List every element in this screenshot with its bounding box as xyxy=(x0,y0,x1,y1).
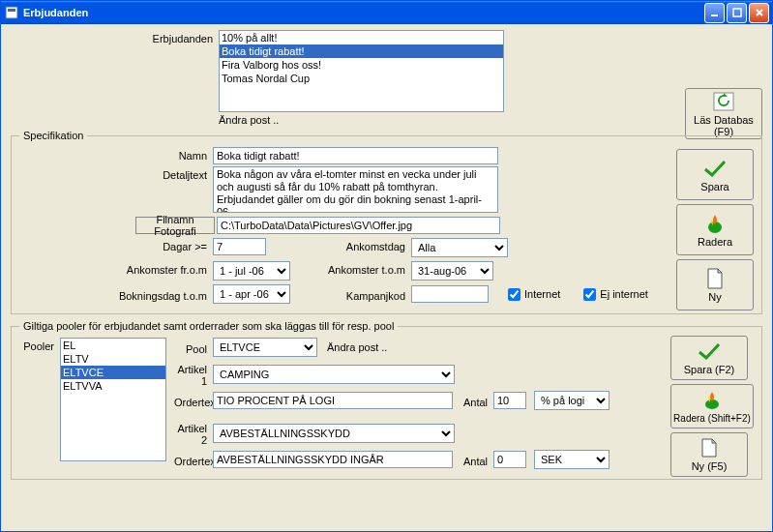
ordertext2-input[interactable] xyxy=(213,451,453,468)
days-input[interactable] xyxy=(213,238,266,255)
check-icon xyxy=(701,158,728,179)
pools-legend: Giltiga pooler för erbjudandet samt orde… xyxy=(19,320,398,332)
arrival-day-select[interactable]: Alla xyxy=(411,238,508,257)
specification-legend: Specifikation xyxy=(19,130,87,141)
specification-fieldset: Specifikation Spara Radera xyxy=(11,130,762,314)
spec-save-button[interactable]: Spara xyxy=(676,149,754,200)
pooler-list-item[interactable]: ELTVVA xyxy=(61,379,165,393)
count2-label: Antal xyxy=(453,453,493,467)
not-internet-checkbox[interactable] xyxy=(583,288,596,301)
offers-list-item[interactable]: Tomas Nordal Cup xyxy=(220,72,503,85)
pooler-list-item[interactable]: ELTVCE xyxy=(61,366,165,379)
offers-label: Erbjudanden xyxy=(11,30,219,44)
window-title: Erbjudanden xyxy=(23,7,702,18)
detail-textarea[interactable]: Boka någon av våra el-tomter minst en ve… xyxy=(213,166,498,213)
unit1-select[interactable]: % på logi xyxy=(534,391,609,410)
svg-rect-2 xyxy=(711,15,718,16)
spec-delete-label: Radera xyxy=(698,236,732,248)
fire-icon xyxy=(701,213,728,234)
article2-select[interactable]: AVBESTÄLLNINGSSKYDD xyxy=(213,424,455,443)
count1-input[interactable] xyxy=(493,392,526,409)
app-icon xyxy=(4,5,19,20)
not-internet-label: Ej internet xyxy=(600,288,648,300)
article2-label: Artikel 2 xyxy=(174,420,213,446)
pool-label: Pool xyxy=(174,340,213,355)
pooler-label: Pooler xyxy=(19,338,60,352)
booking-to-select[interactable]: 1 - apr -06 xyxy=(213,284,290,304)
campaign-input[interactable] xyxy=(411,285,489,303)
svg-rect-0 xyxy=(6,7,17,18)
minimize-button[interactable] xyxy=(704,3,725,23)
new-document-icon xyxy=(701,268,728,289)
pool-save-label: Spara (F2) xyxy=(684,364,735,375)
ordertext1-input[interactable] xyxy=(213,392,453,409)
article1-label: Artikel 1 xyxy=(174,361,213,387)
pools-fieldset: Giltiga pooler för erbjudandet samt orde… xyxy=(11,320,762,480)
spec-new-button[interactable]: Ny xyxy=(676,259,754,310)
detail-label: Detaljtext xyxy=(19,166,213,181)
ordertext2-label: Ordertext xyxy=(174,453,213,467)
offers-listbox[interactable]: 10% på allt!Boka tidigt rabatt!Fira Valb… xyxy=(219,30,504,112)
article1-select[interactable]: CAMPING xyxy=(213,365,455,384)
spec-new-label: Ny xyxy=(708,291,721,303)
pool-new-button[interactable]: Ny (F5) xyxy=(670,432,748,477)
internet-checkbox-wrap[interactable]: Internet xyxy=(508,288,560,301)
not-internet-checkbox-wrap[interactable]: Ej internet xyxy=(583,288,648,301)
count1-label: Antal xyxy=(453,394,493,408)
internet-label: Internet xyxy=(524,288,560,300)
arrival-from-label: Ankomster fr.o.m xyxy=(19,261,213,276)
maximize-button[interactable] xyxy=(727,3,747,23)
pool-new-label: Ny (F5) xyxy=(692,460,728,472)
pooler-listbox[interactable]: ELELTVELTVCEELTVVA xyxy=(60,338,166,461)
arrival-day-label: Ankomstdag xyxy=(266,238,411,252)
content: Erbjudanden 10% på allt!Boka tidigt raba… xyxy=(1,24,772,531)
count2-input[interactable] xyxy=(493,451,526,468)
pooler-list-item[interactable]: EL xyxy=(61,339,165,352)
pool-edit-post-label: Ändra post .. xyxy=(327,341,387,353)
pooler-list-item[interactable]: ELTV xyxy=(61,352,165,366)
offers-list-item[interactable]: 10% på allt! xyxy=(220,31,503,44)
campaign-label: Kampanjkod xyxy=(290,287,411,302)
internet-checkbox[interactable] xyxy=(508,288,520,301)
window: Erbjudanden Erbjudanden 10% på allt!Boka… xyxy=(0,0,773,532)
arrival-from-select[interactable]: 1 - jul -06 xyxy=(213,261,290,281)
pool-select[interactable]: ELTVCE xyxy=(213,338,317,357)
name-input[interactable] xyxy=(213,147,498,164)
pool-delete-label: Radera (Shift+F2) xyxy=(673,413,751,424)
svg-marker-13 xyxy=(712,439,716,443)
arrival-to-label: Ankomster t.o.m xyxy=(290,261,411,276)
pool-delete-button[interactable]: Radera (Shift+F2) xyxy=(670,384,754,429)
booking-to-label: Bokningsdag t.o.m xyxy=(19,287,213,302)
offers-list-item[interactable]: Boka tidigt rabatt! xyxy=(220,44,503,58)
check-icon xyxy=(696,340,723,362)
pool-save-button[interactable]: Spara (F2) xyxy=(670,336,748,380)
close-button[interactable] xyxy=(749,3,769,23)
fire-icon xyxy=(699,390,726,411)
new-document-icon xyxy=(696,437,723,458)
name-label: Namn xyxy=(19,147,213,162)
svg-marker-10 xyxy=(718,269,722,273)
days-label: Dagar >= xyxy=(19,238,213,252)
spec-save-label: Spara xyxy=(700,181,728,192)
edit-post-label: Ändra post .. xyxy=(219,114,504,126)
offers-list-item[interactable]: Fira Valborg hos oss! xyxy=(220,58,503,72)
photo-filename-button[interactable]: Filnamn Fotografi xyxy=(135,217,215,234)
unit2-select[interactable]: SEK xyxy=(534,450,609,469)
photo-path-input[interactable] xyxy=(217,217,500,234)
svg-rect-1 xyxy=(8,9,15,12)
svg-rect-3 xyxy=(733,9,741,16)
ordertext1-label: Ordertext xyxy=(174,394,213,408)
spec-delete-button[interactable]: Radera xyxy=(676,204,754,255)
titlebar: Erbjudanden xyxy=(1,1,772,24)
arrival-to-select[interactable]: 31-aug-06 xyxy=(411,261,493,281)
refresh-icon xyxy=(710,91,737,112)
